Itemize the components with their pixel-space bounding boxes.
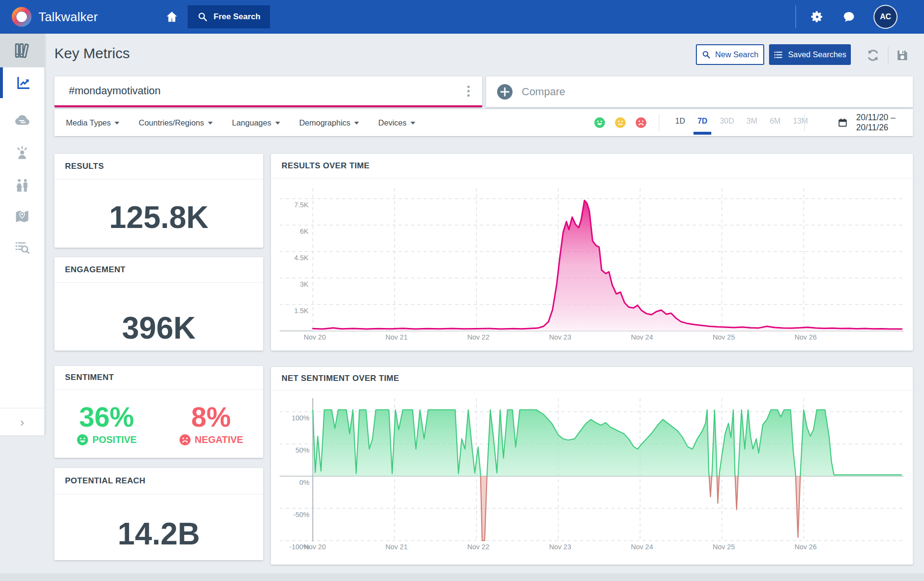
positive-emoji-toggle[interactable] — [594, 117, 605, 128]
kebab-dot — [467, 90, 470, 92]
negative-emoji-toggle[interactable] — [635, 117, 647, 128]
compare-card[interactable]: Compare — [486, 76, 913, 107]
filter-bar: Media TypesCountries/RegionsLanguagesDem… — [54, 109, 913, 136]
date-range-picker[interactable]: 20/11/20 – 20/11/26 — [838, 109, 913, 136]
neutral-emoji-toggle[interactable] — [615, 117, 626, 128]
positive-sentiment: 36% POSITIVE — [54, 390, 159, 457]
avatar[interactable]: AC — [873, 5, 898, 29]
word-cloud-icon — [13, 112, 31, 129]
influencer-icon — [13, 144, 31, 161]
brand-name: Talkwalker — [38, 10, 98, 25]
saved-searches-label: Saved Searches — [788, 50, 846, 59]
filter-dropdown-devices[interactable]: Devices — [378, 118, 415, 127]
chevron-down-icon — [208, 122, 213, 125]
filter-dropdowns: Media TypesCountries/RegionsLanguagesDem… — [66, 118, 415, 127]
new-search-label: New Search — [715, 50, 758, 59]
talkwalker-logo[interactable]: Talkwalker — [11, 6, 98, 28]
sidebar-item-influencers[interactable] — [0, 137, 44, 168]
save-button[interactable] — [894, 47, 911, 63]
svg-text:Nov 26: Nov 26 — [795, 543, 817, 551]
potential-reach-metric-card: POTENTIAL REACH 14.2B — [54, 468, 263, 560]
page-title: Key Metrics — [54, 45, 130, 62]
saved-searches-button[interactable]: Saved Searches — [769, 44, 851, 65]
filter-divider — [804, 114, 805, 131]
filter-dropdown-demographics[interactable]: Demographics — [299, 118, 359, 127]
sidebar-item-demographics[interactable] — [0, 170, 44, 201]
time-range-30d[interactable]: 30D — [717, 115, 737, 130]
search-icon — [702, 50, 711, 59]
sentiment-title: SENTIMENT — [65, 373, 114, 382]
chevron-down-icon — [275, 122, 280, 125]
time-range-7d-active[interactable]: 7D — [694, 115, 710, 130]
avatar-initials: AC — [880, 13, 891, 21]
library-binders-icon — [13, 42, 31, 59]
svg-text:Nov 23: Nov 23 — [549, 333, 571, 341]
negative-label: NEGATIVE — [195, 434, 244, 445]
chevron-down-icon — [354, 122, 359, 125]
filter-dropdown-countries-regions[interactable]: Countries/Regions — [139, 118, 213, 127]
svg-text:6K: 6K — [300, 227, 308, 235]
chat-button[interactable] — [836, 0, 861, 34]
filter-dropdown-media-types[interactable]: Media Types — [66, 118, 119, 127]
svg-text:Nov 22: Nov 22 — [467, 543, 489, 551]
svg-text:0%: 0% — [299, 479, 309, 486]
svg-text:Nov 20: Nov 20 — [304, 543, 326, 551]
svg-text:-50%: -50% — [293, 511, 309, 518]
home-button[interactable] — [157, 0, 186, 34]
positive-smiley-icon — [77, 434, 89, 446]
top-navbar: Talkwalker Free Search — [0, 0, 924, 34]
sidebar-item-world-map[interactable] — [0, 201, 44, 232]
filter-divider — [659, 114, 659, 131]
time-range-13m[interactable]: 13M — [790, 115, 811, 130]
net-sentiment-chart: 100%50%0%-50%-100%Nov 20Nov 21Nov 22Nov … — [271, 391, 913, 565]
net-sentiment-title: NET SENTIMENT OVER TIME — [282, 374, 399, 383]
people-icon — [13, 177, 31, 194]
kebab-dot — [467, 94, 470, 97]
filter-dropdown-label: Media Types — [66, 118, 111, 127]
chat-bubble-icon — [842, 10, 856, 24]
engagement-title: ENGAGEMENT — [65, 265, 126, 275]
sidebar-item-saved-results[interactable] — [0, 232, 44, 263]
time-range-6m[interactable]: 6M — [767, 115, 783, 130]
refresh-button[interactable] — [865, 47, 881, 63]
time-range-3m[interactable]: 3M — [744, 115, 760, 130]
filter-dropdown-label: Countries/Regions — [139, 118, 204, 127]
time-range-1d[interactable]: 1D — [672, 115, 688, 130]
search-query-value[interactable]: #mondaymotivation — [69, 85, 161, 97]
results-value: 125.8K — [54, 200, 263, 235]
results-title: RESULTS — [65, 162, 104, 171]
query-options-kebab-button[interactable] — [461, 83, 475, 99]
engagement-value: 396K — [54, 310, 263, 346]
chevron-down-icon — [115, 122, 119, 125]
svg-text:Nov 24: Nov 24 — [631, 543, 653, 551]
svg-text:3K: 3K — [300, 280, 308, 288]
filter-dropdown-label: Demographics — [299, 118, 350, 127]
sidebar-item-themes-cloud[interactable] — [0, 105, 44, 136]
svg-text:1.5K: 1.5K — [294, 307, 308, 315]
settings-button[interactable] — [805, 0, 830, 34]
svg-text:Nov 25: Nov 25 — [713, 333, 735, 341]
new-search-button[interactable]: New Search — [696, 44, 764, 65]
positive-label: POSITIVE — [92, 434, 137, 445]
filter-dropdown-languages[interactable]: Languages — [232, 118, 280, 127]
gear-icon — [810, 10, 824, 24]
svg-text:Nov 21: Nov 21 — [385, 543, 408, 551]
navbar-divider — [796, 5, 796, 28]
svg-text:Nov 21: Nov 21 — [385, 333, 408, 341]
sidebar-item-key-metrics-active[interactable] — [0, 67, 44, 98]
sidebar-divider — [0, 408, 44, 408]
sidebar-item-projects[interactable] — [0, 34, 44, 67]
svg-text:7.5K: 7.5K — [294, 201, 308, 209]
sidebar-expand-button[interactable]: › — [0, 412, 44, 433]
search-query-card[interactable]: #mondaymotivation — [54, 76, 482, 107]
potential-reach-value: 14.2B — [54, 516, 263, 552]
results-metric-card: RESULTS 125.8K — [54, 154, 263, 248]
negative-sentiment: 8% NEGATIVE — [159, 390, 263, 457]
trend-chart-icon — [15, 75, 32, 91]
sentiment-body: 36% POSITIVE 8% — [54, 390, 263, 457]
svg-text:Nov 26: Nov 26 — [795, 333, 817, 341]
free-search-button[interactable]: Free Search — [188, 5, 270, 28]
active-time-underline — [693, 132, 711, 135]
sentiment-metric-card: SENTIMENT 36% POSITIVE 8% — [54, 366, 263, 458]
saved-list-icon — [773, 50, 783, 60]
